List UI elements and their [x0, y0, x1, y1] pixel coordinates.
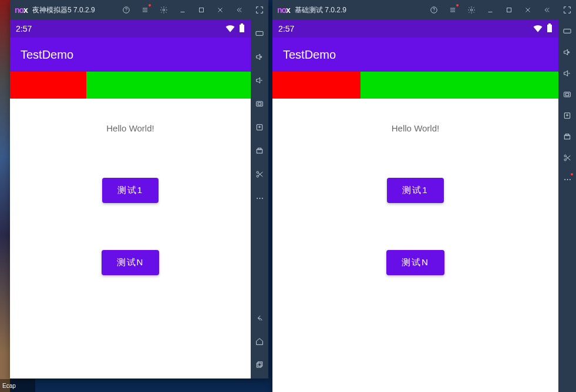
svg-rect-41	[507, 8, 511, 12]
svg-marker-53	[564, 70, 568, 76]
screenshot-icon[interactable]	[253, 97, 266, 110]
minimize-button[interactable]	[483, 3, 497, 17]
emulator-window-right: nox 基础测试 7.0.2.9 2:57 TestDemo	[272, 0, 576, 392]
android-recents-icon[interactable]	[253, 359, 266, 371]
color-band	[10, 72, 251, 99]
menu-icon[interactable]	[446, 3, 460, 17]
volume-up-icon[interactable]	[253, 50, 266, 63]
scissors-icon[interactable]	[253, 168, 266, 181]
color-red-block	[10, 72, 86, 99]
android-statusbar: 2:57	[272, 20, 558, 38]
emulator-side-toolbar: ⋯	[558, 0, 576, 392]
battery-icon	[547, 23, 553, 35]
svg-rect-56	[565, 93, 568, 96]
window-titlebar: nox 基础测试 7.0.2.9	[272, 0, 558, 20]
scissors-icon[interactable]	[561, 151, 574, 164]
apk-install-icon[interactable]	[561, 109, 574, 122]
svg-rect-32	[257, 363, 261, 367]
wifi-icon	[225, 24, 235, 34]
android-statusbar: 2:57	[10, 20, 251, 38]
svg-marker-19	[257, 77, 260, 83]
file-manager-icon[interactable]	[253, 144, 266, 157]
test-1-button[interactable]: 测试1	[102, 178, 159, 203]
taskbar-label: Ecap	[0, 379, 35, 392]
fullscreen-icon[interactable]	[253, 4, 266, 16]
close-button[interactable]	[521, 3, 535, 17]
svg-rect-45	[548, 23, 551, 25]
collapse-sidebar-icon[interactable]	[540, 3, 554, 17]
svg-point-35	[434, 11, 434, 12]
emulator-window-left: nox 夜神模拟器5 7.0.2.9 2:57 TestDemo	[10, 0, 268, 379]
svg-point-1	[126, 11, 127, 12]
svg-rect-21	[257, 102, 263, 106]
svg-rect-7	[200, 8, 204, 12]
emulator-inner: nox 夜神模拟器5 7.0.2.9 2:57 TestDemo	[10, 0, 251, 379]
apk-install-icon[interactable]	[253, 121, 266, 134]
svg-rect-22	[258, 103, 261, 105]
keyboard-icon[interactable]	[253, 27, 266, 40]
file-manager-icon[interactable]	[561, 130, 574, 143]
svg-rect-33	[258, 362, 262, 366]
android-back-icon[interactable]	[253, 312, 266, 325]
test-n-button[interactable]: 测试N	[386, 250, 444, 275]
settings-gear-icon[interactable]	[464, 3, 479, 17]
maximize-button[interactable]	[194, 3, 208, 17]
android-screen: 2:57 TestDemo Hello World! 测试1 测试N	[272, 20, 558, 392]
svg-rect-27	[258, 148, 261, 150]
settings-gear-icon[interactable]	[157, 3, 171, 17]
fullscreen-icon[interactable]	[561, 4, 574, 16]
nox-logo: nox	[277, 5, 290, 15]
window-title: 夜神模拟器5 7.0.2.9	[32, 5, 95, 15]
svg-point-63	[564, 159, 566, 161]
color-band	[272, 72, 558, 99]
app-content: Hello World! 测试1 测试N	[10, 99, 251, 379]
more-icon[interactable]: ⋯	[253, 191, 266, 204]
app-title: TestDemo	[21, 48, 73, 62]
more-icon[interactable]: ⋯	[561, 173, 574, 185]
screenshot-icon[interactable]	[561, 88, 574, 101]
volume-down-icon[interactable]	[561, 67, 574, 80]
help-icon[interactable]	[119, 3, 133, 17]
svg-rect-44	[547, 25, 552, 32]
menu-icon[interactable]	[138, 3, 152, 17]
color-green-block	[361, 72, 558, 99]
svg-point-29	[257, 175, 258, 177]
android-screen: 2:57 TestDemo Hello World! 测试1 测试N	[10, 20, 251, 379]
svg-point-5	[163, 9, 165, 11]
keyboard-icon[interactable]	[561, 25, 574, 38]
status-time: 2:57	[16, 24, 32, 33]
hello-label: Hello World!	[392, 123, 439, 133]
status-time: 2:57	[278, 24, 294, 33]
emulator-side-toolbar: ⋯	[251, 0, 268, 379]
help-icon[interactable]	[427, 3, 441, 17]
app-title: TestDemo	[283, 48, 336, 62]
test-1-button[interactable]: 测试1	[387, 178, 443, 203]
maximize-button[interactable]	[502, 3, 516, 17]
svg-rect-12	[256, 32, 263, 36]
svg-point-28	[257, 171, 258, 173]
hello-label: Hello World!	[106, 123, 154, 133]
android-home-icon[interactable]	[253, 335, 266, 348]
minimize-button[interactable]	[176, 3, 190, 17]
app-toolbar: TestDemo	[10, 38, 251, 72]
svg-rect-61	[565, 134, 568, 136]
svg-rect-11	[241, 23, 243, 25]
volume-down-icon[interactable]	[253, 74, 266, 87]
nox-logo: nox	[15, 5, 28, 15]
svg-marker-16	[257, 54, 260, 59]
volume-up-icon[interactable]	[561, 46, 574, 59]
app-content: Hello World! 测试1 测试N	[272, 99, 558, 392]
svg-point-62	[564, 155, 566, 157]
color-green-block	[86, 72, 251, 99]
window-titlebar: nox 夜神模拟器5 7.0.2.9	[10, 0, 251, 20]
battery-icon	[239, 23, 245, 35]
svg-marker-50	[564, 49, 568, 55]
svg-rect-46	[564, 29, 571, 33]
collapse-sidebar-icon[interactable]	[232, 3, 246, 17]
app-toolbar: TestDemo	[272, 38, 558, 72]
svg-rect-55	[564, 92, 571, 97]
desktop-background-strip	[0, 0, 10, 392]
test-n-button[interactable]: 测试N	[102, 250, 160, 275]
wifi-icon	[533, 24, 543, 34]
close-button[interactable]	[213, 3, 227, 17]
